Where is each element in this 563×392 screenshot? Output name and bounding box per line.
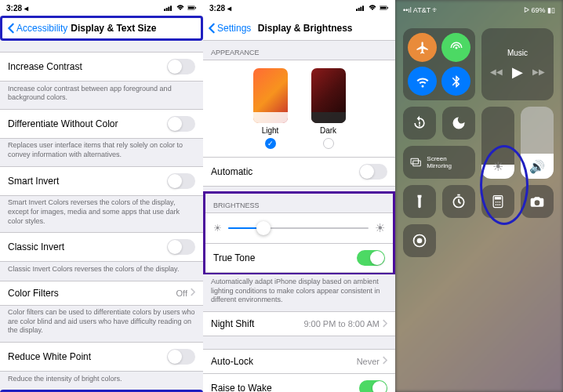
brightness-slider[interactable] bbox=[228, 227, 369, 229]
increase-contrast-row[interactable]: Increase Contrast bbox=[0, 52, 203, 82]
theme-label: Light bbox=[262, 126, 279, 135]
music-controls: ◀◀ ▶ ▶▶ bbox=[490, 64, 545, 81]
svg-rect-6 bbox=[195, 7, 196, 9]
row-desc: Color filters can be used to differentia… bbox=[0, 305, 203, 342]
battery-label: ᐅ 69% ▮▯ bbox=[524, 6, 555, 14]
row-value: Never bbox=[357, 357, 380, 366]
do-not-disturb-button[interactable] bbox=[442, 107, 475, 140]
light-radio-checked[interactable] bbox=[265, 138, 276, 149]
row-label: Increase Contrast bbox=[8, 61, 82, 72]
raise-to-wake-row[interactable]: Raise to Wake bbox=[203, 373, 395, 392]
screen-record-button[interactable] bbox=[403, 224, 436, 257]
differentiate-color-row[interactable]: Differentiate Without Color bbox=[0, 109, 203, 139]
automatic-row[interactable]: Automatic bbox=[203, 157, 395, 187]
svg-point-19 bbox=[496, 201, 497, 203]
row-value: Off bbox=[176, 289, 187, 298]
timer-button[interactable] bbox=[442, 185, 475, 218]
svg-rect-1 bbox=[166, 8, 168, 11]
smart-invert-toggle[interactable] bbox=[167, 173, 195, 189]
svg-rect-13 bbox=[387, 7, 388, 9]
classic-invert-row[interactable]: Classic Invert bbox=[0, 232, 203, 262]
row-label: True Tone bbox=[213, 252, 255, 263]
connectivity-tile[interactable] bbox=[403, 28, 475, 100]
row-label: Night Shift bbox=[211, 318, 254, 329]
night-shift-row[interactable]: Night Shift 9:00 PM to 8:00 AM bbox=[203, 311, 395, 336]
true-tone-toggle[interactable] bbox=[357, 250, 385, 266]
dark-radio[interactable] bbox=[323, 138, 334, 149]
smart-invert-row[interactable]: Smart Invert bbox=[0, 166, 203, 196]
play-button[interactable]: ▶ bbox=[512, 64, 523, 81]
svg-rect-2 bbox=[168, 7, 169, 11]
automatic-toggle[interactable] bbox=[359, 164, 387, 180]
chevron-right-icon bbox=[382, 319, 387, 329]
svg-rect-15 bbox=[413, 161, 421, 166]
wifi-button[interactable] bbox=[408, 67, 437, 96]
svg-rect-10 bbox=[362, 5, 364, 11]
svg-rect-8 bbox=[358, 8, 360, 11]
airplane-mode-button[interactable] bbox=[408, 33, 437, 62]
svg-rect-0 bbox=[164, 9, 165, 11]
back-button[interactable]: Accessibility bbox=[7, 23, 67, 34]
status-bar: 3:28 ◂ bbox=[0, 0, 203, 16]
slider-thumb[interactable] bbox=[256, 221, 271, 235]
section-header: BRIGHTNESS bbox=[205, 194, 393, 212]
classic-invert-toggle[interactable] bbox=[167, 239, 195, 255]
svg-point-22 bbox=[496, 204, 497, 205]
row-label: Color Filters bbox=[8, 288, 59, 299]
row-desc: Classic Invert Colors reverses the color… bbox=[0, 262, 203, 281]
light-thumbnail bbox=[253, 68, 288, 123]
svg-rect-9 bbox=[360, 7, 361, 11]
theme-light[interactable]: Light bbox=[253, 68, 288, 149]
camera-button[interactable] bbox=[521, 185, 554, 218]
svg-rect-7 bbox=[356, 9, 358, 11]
auto-lock-row[interactable]: Auto-Lock Never bbox=[203, 349, 395, 374]
differentiate-color-toggle[interactable] bbox=[167, 116, 195, 132]
true-tone-row[interactable]: True Tone bbox=[205, 243, 393, 273]
brightness-slider-tile[interactable]: ☀︎ bbox=[481, 107, 514, 179]
appearance-selector: Light Dark bbox=[203, 60, 395, 157]
row-label: Raise to Wake bbox=[211, 383, 272, 392]
status-time: 3:28 ◂ bbox=[6, 4, 28, 13]
row-desc: Automatically adapt iPhone display based… bbox=[203, 274, 395, 311]
svg-point-21 bbox=[499, 201, 501, 203]
status-icons bbox=[164, 4, 197, 12]
orientation-lock-button[interactable] bbox=[403, 107, 436, 140]
color-filters-row[interactable]: Color Filters Off bbox=[0, 281, 203, 306]
nav-bar: Settings Display & Brightness bbox=[203, 16, 395, 41]
volume-slider-tile[interactable]: 🔊 bbox=[521, 107, 554, 179]
next-track-button[interactable]: ▶▶ bbox=[532, 67, 545, 76]
prev-track-button[interactable]: ◀◀ bbox=[490, 67, 503, 76]
svg-point-24 bbox=[499, 204, 501, 205]
row-label: Auto-Lock bbox=[211, 356, 253, 367]
screen-mirroring-button[interactable]: Screen Mirroring bbox=[403, 146, 475, 179]
cellular-data-button[interactable] bbox=[441, 33, 470, 62]
row-label: Automatic bbox=[211, 166, 252, 177]
reduce-white-point-toggle[interactable] bbox=[167, 349, 195, 365]
chevron-right-icon bbox=[190, 288, 195, 298]
display-brightness-panel: 3:28 ◂ Settings Display & Brightness APP… bbox=[203, 0, 395, 392]
calculator-button[interactable] bbox=[481, 185, 514, 218]
cc-status-bar: ••ıl AT&T ᯤ ᐅ 69% ▮▯ bbox=[395, 6, 563, 14]
section-header: APPEARANCE bbox=[203, 41, 395, 60]
theme-label: Dark bbox=[320, 126, 336, 135]
row-label: Differentiate Without Color bbox=[8, 118, 118, 129]
reduce-white-point-row[interactable]: Reduce White Point bbox=[0, 342, 203, 372]
back-label: Accessibility bbox=[16, 23, 67, 34]
row-label: Classic Invert bbox=[8, 241, 64, 252]
volume-icon: 🔊 bbox=[529, 159, 545, 174]
raise-to-wake-toggle[interactable] bbox=[359, 380, 387, 392]
music-tile[interactable]: Music ◀◀ ▶ ▶▶ bbox=[481, 28, 554, 100]
row-value: 9:00 PM to 8:00 AM bbox=[303, 319, 380, 328]
increase-contrast-toggle[interactable] bbox=[167, 59, 195, 74]
carrier-label: ••ıl AT&T ᯤ bbox=[403, 6, 439, 14]
row-label: Smart Invert bbox=[8, 176, 59, 187]
theme-dark[interactable]: Dark bbox=[311, 68, 346, 149]
status-time: 3:28 ◂ bbox=[209, 4, 231, 13]
bluetooth-button[interactable] bbox=[441, 67, 470, 96]
svg-rect-3 bbox=[170, 5, 172, 11]
chevron-right-icon bbox=[382, 356, 387, 366]
svg-rect-5 bbox=[188, 7, 194, 9]
flashlight-button[interactable] bbox=[403, 185, 436, 218]
mirroring-label: Screen Mirroring bbox=[427, 155, 469, 169]
row-desc: Replaces user interface items that rely … bbox=[0, 138, 203, 165]
